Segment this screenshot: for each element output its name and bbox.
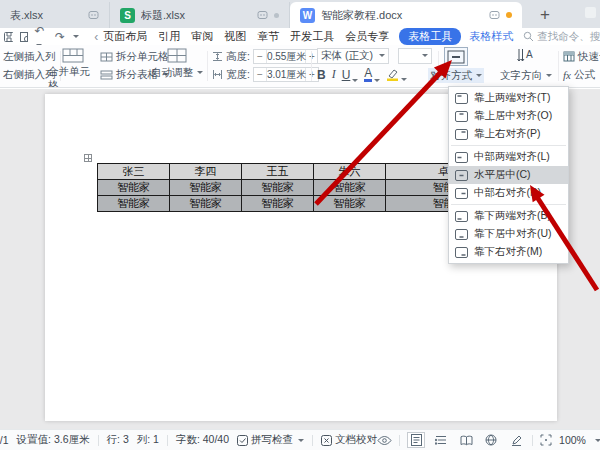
page-view-button[interactable]: [407, 432, 425, 448]
table-cell[interactable]: 智能家: [242, 180, 314, 196]
doc-proof-button[interactable]: 文档校对: [321, 433, 377, 447]
menu-section[interactable]: 章节: [257, 29, 279, 44]
menu-item-align-top-left[interactable]: 靠上两端对齐(T): [449, 89, 568, 107]
chevron-down-icon: [352, 79, 358, 82]
menu-references[interactable]: 引用: [158, 29, 180, 44]
chevron-down-icon: [401, 78, 407, 81]
text-direction-button[interactable]: A 文字方向: [498, 47, 554, 83]
menu-item-align-bottom-left[interactable]: 靠下两端对齐(B): [449, 207, 568, 225]
table-cell[interactable]: 智能家: [98, 196, 170, 212]
minus-button[interactable]: −: [254, 50, 266, 63]
table-move-handle[interactable]: [84, 154, 92, 162]
comment-icon: [88, 10, 99, 21]
height-label: 高度:: [226, 50, 250, 64]
menu-item-label: 靠上两端对齐(T): [474, 91, 550, 105]
table-cell[interactable]: 智能家: [314, 196, 386, 212]
eye-protect-icon[interactable]: [377, 435, 392, 446]
size-group: 高度: − 0.55厘米 + 宽度: − 3.01厘米 +: [212, 49, 319, 82]
read-layout-icon: [460, 435, 473, 446]
highlight-button[interactable]: [386, 68, 407, 81]
menu-item-align-middle-right[interactable]: 中部右对齐(R): [449, 184, 568, 202]
zoom-level[interactable]: 100%: [559, 434, 586, 446]
font-name-select[interactable]: 宋体 (正文): [317, 48, 389, 64]
align-center-icon: [455, 170, 468, 181]
merge-cells-button[interactable]: 合并单元格: [48, 48, 98, 88]
spell-check-button[interactable]: 拼写检查: [237, 433, 304, 447]
ink-button[interactable]: [507, 432, 525, 448]
redo-icon[interactable]: ↷: [55, 31, 65, 43]
table-cell[interactable]: 智能家: [242, 196, 314, 212]
table-cell[interactable]: 智能家: [314, 180, 386, 196]
autofit-button[interactable]: 自动调整: [152, 48, 202, 80]
table-cell[interactable]: 张三: [98, 164, 170, 180]
command-search[interactable]: 查找命令、搜索模板: [523, 30, 600, 44]
formula-button[interactable]: fx 公式: [563, 67, 600, 82]
alignment-button[interactable]: 对齐方式: [426, 47, 486, 83]
menu-item-label: 靠上右对齐(P): [474, 127, 541, 141]
alignment-dropdown-menu: 靠上两端对齐(T) 靠上居中对齐(O) 靠上右对齐(P) 中部两端对齐(L) 水…: [448, 86, 569, 264]
highlighter-icon: [386, 68, 399, 81]
divider: [167, 435, 168, 446]
bold-button[interactable]: B: [317, 68, 326, 82]
underline-glyph: U: [342, 68, 351, 82]
menu-member[interactable]: 会员专享: [345, 29, 389, 44]
tab-overflow-button[interactable]: [585, 7, 596, 18]
align-bottom-left-icon: [455, 211, 468, 222]
width-value[interactable]: 3.01厘米: [266, 68, 306, 81]
menu-item-align-center[interactable]: 水平居中(C): [449, 166, 568, 184]
table-cell[interactable]: 王五: [242, 164, 314, 180]
height-value[interactable]: 0.55厘米: [266, 50, 306, 63]
underline-button[interactable]: U: [342, 68, 359, 82]
menu-item-align-bottom-center[interactable]: 靠下居中对齐(U): [449, 225, 568, 243]
width-stepper[interactable]: − 3.01厘米 +: [253, 67, 319, 82]
spell-check-icon: [237, 435, 248, 446]
chevron-down-icon: [379, 54, 385, 57]
menu-review[interactable]: 审阅: [191, 29, 213, 44]
pen-icon: [511, 435, 522, 446]
font-color-button[interactable]: A: [364, 68, 380, 82]
tab-table-style[interactable]: 表格样式: [469, 29, 513, 44]
tab-document-active[interactable]: W 智能家教程.docx: [290, 2, 522, 28]
menu-view[interactable]: 视图: [224, 29, 246, 44]
table-cell[interactable]: 李四: [170, 164, 242, 180]
print-preview-icon[interactable]: [19, 31, 29, 43]
outline-view-button[interactable]: [432, 432, 450, 448]
customize-quickbar-icon[interactable]: [73, 35, 79, 38]
button-label: 自动调整: [151, 66, 193, 80]
save-icon[interactable]: [3, 31, 13, 43]
italic-button[interactable]: I: [332, 67, 336, 82]
quick-calc-button[interactable]: 快速计算: [563, 49, 600, 64]
tab-table-tools[interactable]: 表格工具: [399, 28, 461, 45]
menu-item-label: 水平居中(C): [474, 168, 531, 182]
height-stepper[interactable]: − 0.55厘米 +: [253, 49, 319, 64]
read-layout-button[interactable]: [457, 432, 475, 448]
table-cell[interactable]: 朱六: [314, 164, 386, 180]
button-label: 合并单元格: [48, 65, 98, 88]
table-cell[interactable]: 智能家: [170, 196, 242, 212]
web-layout-button[interactable]: [482, 432, 500, 448]
button-label: 对齐方式: [430, 69, 472, 83]
status-bar: 1/1 设置值: 3.6厘米 行: 3 列: 1 字数: 40/40 拼写检查 …: [0, 429, 600, 450]
setting-value: 设置值: 3.6厘米: [17, 433, 90, 447]
calc-group: 快速计算 fx 公式: [563, 49, 600, 82]
menu-item-align-top-right[interactable]: 靠上右对齐(P): [449, 125, 568, 143]
tab-bar: 表.xlsx S 标题.xlsx W 智能家教程.docx +: [0, 0, 600, 28]
table-cell[interactable]: 智能家: [170, 180, 242, 196]
minus-button[interactable]: −: [254, 68, 266, 81]
word-count[interactable]: 字数: 40/40: [176, 433, 229, 447]
divider: [399, 435, 400, 446]
divider: [98, 435, 99, 446]
menu-scroll-left-icon[interactable]: ‹: [91, 30, 101, 44]
table-cell[interactable]: 智能家: [98, 180, 170, 196]
menu-item-align-bottom-right[interactable]: 靠下右对齐(M): [449, 243, 568, 261]
menu-page-layout[interactable]: 页面布局: [103, 29, 147, 44]
menu-item-align-top-center[interactable]: 靠上居中对齐(O): [449, 107, 568, 125]
menu-dev-tools[interactable]: 开发工具: [290, 29, 334, 44]
new-tab-button[interactable]: +: [522, 5, 562, 28]
page-number: 1/1: [0, 434, 9, 446]
outline-view-icon: [435, 435, 447, 445]
menu-item-align-middle-left[interactable]: 中部两端对齐(L): [449, 148, 568, 166]
fit-page-icon[interactable]: [540, 434, 552, 446]
fx-icon: fx: [563, 69, 571, 81]
tab-sheet2[interactable]: S 标题.xlsx: [110, 2, 290, 28]
